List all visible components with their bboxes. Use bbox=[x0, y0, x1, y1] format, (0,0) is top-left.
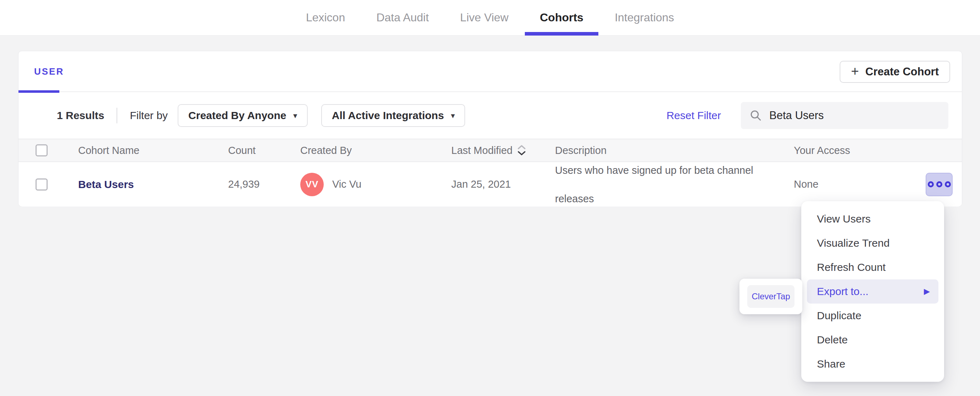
plus-icon: + bbox=[851, 64, 859, 78]
table-header-row: Cohort Name Count Created By Last Modifi… bbox=[19, 139, 962, 162]
table-row: Beta Users 24,939 VV Vic Vu Jan 25, 2021… bbox=[19, 162, 962, 206]
created-by-name: Vic Vu bbox=[332, 179, 361, 190]
search-value: Beta Users bbox=[769, 109, 824, 122]
panel-tab-bar: USER + Create Cohort bbox=[19, 51, 962, 92]
menu-item-view-users[interactable]: View Users bbox=[801, 207, 944, 231]
last-modified-cell: Jan 25, 2021 bbox=[437, 179, 541, 190]
cohorts-panel: USER + Create Cohort 1 Results Filter by… bbox=[18, 51, 962, 206]
submenu-arrow-icon: ▶ bbox=[924, 287, 930, 296]
row-context-menu: View Users Visualize Trend Refresh Count… bbox=[801, 201, 944, 382]
menu-item-export-to[interactable]: Export to... ▶ bbox=[807, 279, 939, 303]
integrations-dropdown[interactable]: All Active Integrations ▾ bbox=[321, 104, 466, 127]
header-created-by: Created By bbox=[286, 145, 437, 156]
export-submenu: CleverTap bbox=[740, 279, 802, 314]
avatar: VV bbox=[300, 173, 324, 196]
create-cohort-button[interactable]: + Create Cohort bbox=[840, 61, 950, 83]
menu-item-refresh-count[interactable]: Refresh Count bbox=[801, 255, 944, 279]
cohort-count: 24,939 bbox=[214, 179, 286, 190]
ellipsis-icon bbox=[928, 181, 934, 187]
access-cell: None bbox=[780, 179, 916, 190]
menu-item-visualize-trend[interactable]: Visualize Trend bbox=[801, 231, 944, 255]
sort-icon[interactable] bbox=[517, 144, 526, 157]
filter-bar: 1 Results Filter by Created By Anyone ▾ … bbox=[19, 92, 962, 139]
nav-tab-integrations[interactable]: Integrations bbox=[612, 0, 676, 35]
divider bbox=[116, 108, 117, 123]
nav-tab-cohorts[interactable]: Cohorts bbox=[538, 0, 585, 35]
created-by-dropdown[interactable]: Created By Anyone ▾ bbox=[178, 104, 308, 127]
cohort-name-link[interactable]: Beta Users bbox=[78, 179, 134, 190]
menu-item-share[interactable]: Share bbox=[801, 352, 944, 376]
row-checkbox[interactable] bbox=[35, 179, 48, 190]
nav-tab-live-view[interactable]: Live View bbox=[458, 0, 511, 35]
submenu-item-clevertap[interactable]: CleverTap bbox=[747, 285, 794, 308]
description-cell: Users who have signed up for beta channe… bbox=[541, 163, 780, 206]
create-cohort-label: Create Cohort bbox=[865, 65, 939, 78]
menu-item-delete[interactable]: Delete bbox=[801, 328, 944, 352]
header-your-access: Your Access bbox=[780, 145, 916, 156]
results-count: 1 Results bbox=[57, 110, 104, 121]
caret-down-icon: ▾ bbox=[451, 111, 455, 120]
search-input[interactable]: Beta Users bbox=[741, 102, 948, 129]
export-to-label: Export to... bbox=[817, 286, 869, 297]
nav-tab-lexicon[interactable]: Lexicon bbox=[304, 0, 347, 35]
more-options-button[interactable] bbox=[926, 173, 953, 196]
header-last-modified[interactable]: Last Modified bbox=[437, 144, 541, 157]
search-icon bbox=[749, 109, 762, 122]
select-all-checkbox[interactable] bbox=[35, 144, 48, 156]
created-by-cell: VV Vic Vu bbox=[286, 173, 437, 196]
top-nav: Lexicon Data Audit Live View Cohorts Int… bbox=[0, 0, 980, 35]
integrations-dropdown-label: All Active Integrations bbox=[332, 110, 444, 121]
tab-user[interactable]: USER bbox=[19, 51, 80, 92]
menu-item-duplicate[interactable]: Duplicate bbox=[801, 303, 944, 328]
nav-tab-data-audit[interactable]: Data Audit bbox=[374, 0, 431, 35]
created-by-dropdown-label: Created By Anyone bbox=[188, 110, 286, 121]
reset-filter-link[interactable]: Reset Filter bbox=[667, 110, 721, 121]
caret-down-icon: ▾ bbox=[293, 111, 297, 120]
filter-by-label: Filter by bbox=[130, 110, 168, 121]
header-description: Description bbox=[541, 145, 780, 156]
header-cohort-name: Cohort Name bbox=[65, 145, 214, 156]
header-count: Count bbox=[214, 145, 286, 156]
